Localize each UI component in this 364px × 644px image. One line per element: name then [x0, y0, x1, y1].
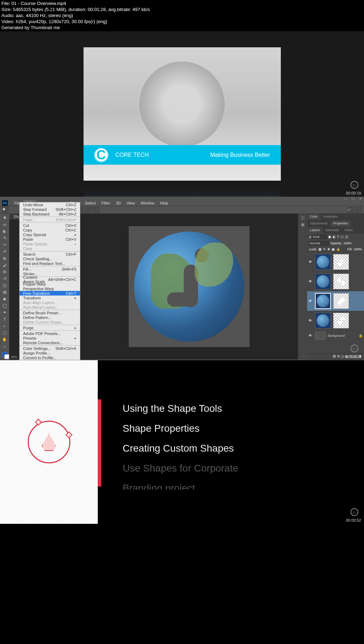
visibility-toggle-icon[interactable]: 👁	[309, 280, 313, 284]
edit-menu-copy-special[interactable]: Copy Special	[20, 232, 80, 237]
edit-menu-transform[interactable]: Transform	[20, 296, 80, 300]
dodge-tool[interactable]: ◯	[1, 303, 9, 309]
layer-mask-thumbnail[interactable]	[333, 254, 349, 270]
lock-artboard-icon[interactable]: ▣	[332, 248, 335, 251]
menu-view[interactable]: View	[124, 200, 138, 206]
edit-menu-purge[interactable]: Purge	[20, 325, 80, 330]
layer-row[interactable]: 👁	[307, 272, 364, 291]
edit-menu-define-brush-preset-[interactable]: Define Brush Preset...	[20, 310, 80, 315]
layer-mask-thumbnail[interactable]	[333, 293, 349, 309]
layer-fx-icon[interactable]: fx	[337, 355, 340, 358]
filter-smart-icon[interactable]: ◫	[345, 235, 348, 239]
eyedropper-tool[interactable]: ✐	[1, 249, 9, 255]
filter-img-icon[interactable]: ▣	[328, 235, 331, 239]
window-minimize-icon[interactable]: —	[344, 197, 347, 201]
layer-mask-icon[interactable]: ◻	[341, 355, 344, 358]
history-panel-icon[interactable]: ◫	[301, 216, 304, 220]
layer-row[interactable]: 👁	[307, 252, 364, 272]
visibility-toggle-icon[interactable]: 👁	[309, 299, 313, 303]
actions-panel-icon[interactable]: ▦	[301, 223, 304, 227]
blend-mode-select[interactable]	[309, 241, 329, 245]
edit-menu-remote-connections-[interactable]: Remote Connections...	[20, 340, 80, 345]
visibility-toggle-icon[interactable]: 👁	[309, 319, 313, 323]
edit-menu-define-pattern-[interactable]: Define Pattern...	[20, 315, 80, 320]
edit-menu-copy[interactable]: CopyCtrl+C	[20, 228, 80, 232]
lock-all-icon[interactable]: 🔒	[336, 248, 340, 251]
move-tool[interactable]: ✥	[1, 214, 9, 221]
menu-window[interactable]: Window	[138, 200, 157, 206]
crop-tool[interactable]: ✂	[1, 242, 9, 248]
edit-menu-puppet-warp[interactable]: Puppet Warp	[20, 282, 80, 286]
filter-shape-icon[interactable]: ▢	[341, 235, 344, 239]
edit-menu-convert-to-profile-[interactable]: Convert to Profile...	[20, 355, 80, 360]
edit-menu-adobe-pdf-presets-[interactable]: Adobe PDF Presets...	[20, 331, 80, 336]
edit-menu-assign-profile-[interactable]: Assign Profile...	[20, 351, 80, 355]
marquee-tool[interactable]: ▭	[1, 221, 9, 228]
lock-position-icon[interactable]: ✥	[327, 248, 330, 251]
align-middle-icon[interactable]	[85, 207, 92, 213]
stamp-tool[interactable]: ⧉	[1, 269, 9, 275]
fill-value[interactable]: 100%	[354, 248, 362, 251]
history-brush-tool[interactable]: ↺	[1, 276, 9, 282]
brush-tool[interactable]: 🖌	[1, 262, 9, 268]
properties-tab[interactable]: Properties	[331, 220, 351, 227]
search-icon[interactable]: ⌕	[348, 207, 354, 213]
visibility-toggle-icon[interactable]: 👁	[309, 334, 313, 338]
layer-thumbnail[interactable]	[315, 293, 331, 309]
edit-menu-find-and-replace-text-[interactable]: Find and Replace Text...	[20, 261, 80, 266]
channels-tab[interactable]: Channels	[322, 227, 342, 234]
type-tool[interactable]: T	[1, 316, 9, 323]
menu-filter[interactable]: Filter	[98, 200, 113, 206]
shape-tool[interactable]: ▢	[1, 330, 9, 336]
blur-tool[interactable]: ◉	[1, 296, 9, 302]
edit-menu-presets[interactable]: Presets	[20, 336, 80, 340]
eraser-tool[interactable]: ◫	[1, 282, 9, 289]
adjustments-tab[interactable]: Adjustments	[307, 220, 331, 227]
hand-tool[interactable]: ✋	[1, 336, 9, 343]
layer-mask-thumbnail[interactable]	[333, 273, 349, 289]
move-tool-icon[interactable]: ✥	[2, 207, 9, 213]
edit-menu-cut[interactable]: CutCtrl+X	[20, 223, 80, 228]
edit-menu-step-forward[interactable]: Step ForwardShift+Ctrl+Z	[20, 207, 80, 212]
lasso-tool[interactable]: ◐	[1, 228, 9, 234]
layer-thumbnail[interactable]	[315, 331, 326, 340]
visibility-toggle-icon[interactable]: 👁	[309, 260, 313, 264]
edit-menu-free-transform[interactable]: Free TransformCtrl+T	[20, 291, 80, 296]
healing-tool[interactable]: ◍	[1, 255, 9, 262]
gradient-tool[interactable]: ▤	[1, 289, 9, 296]
edit-menu-undo-move[interactable]: Undo MoveCtrl+Z	[20, 202, 80, 207]
color-tab[interactable]: Color	[307, 214, 321, 220]
layer-row[interactable]: 👁	[307, 311, 364, 330]
edit-menu-content-aware-scale[interactable]: Content-Aware ScaleAlt+Shift+Ctrl+C	[20, 277, 80, 282]
menu-3d[interactable]: 3D	[113, 200, 124, 206]
paths-tab[interactable]: Paths	[342, 227, 355, 234]
edit-menu-paste[interactable]: PasteCtrl+V	[20, 237, 80, 241]
layer-mask-thumbnail[interactable]	[333, 313, 349, 329]
window-maximize-icon[interactable]: ☐	[352, 197, 355, 201]
layer-row-background[interactable]: 👁 Background 🔒	[307, 330, 364, 341]
pen-tool[interactable]: ✒	[1, 309, 9, 316]
layer-row[interactable]: 👁	[307, 291, 364, 311]
edit-menu-perspective-warp[interactable]: Perspective Warp	[20, 286, 80, 291]
lock-transparency-icon[interactable]: ▦	[318, 248, 322, 251]
layer-thumbnail[interactable]	[315, 254, 331, 270]
zoom-level[interactable]: 25%	[11, 355, 17, 359]
window-close-icon[interactable]: ✕	[359, 197, 362, 201]
layers-tab[interactable]: Layers	[307, 227, 322, 234]
quick-select-tool[interactable]: ✎	[1, 235, 9, 241]
workspace-icon[interactable]	[355, 207, 362, 213]
align-bottom-icon[interactable]	[93, 207, 100, 213]
swatches-tab[interactable]: Swatches	[321, 214, 340, 220]
edit-menu-color-settings-[interactable]: Color Settings...Shift+Ctrl+K	[20, 346, 80, 351]
layer-thumbnail[interactable]	[315, 273, 331, 289]
menu-help[interactable]: Help	[157, 200, 171, 206]
filter-adj-icon[interactable]: ◐	[333, 235, 336, 239]
edit-menu-search[interactable]: SearchCtrl+F	[20, 252, 80, 256]
foreground-background-colors[interactable]	[1, 350, 9, 359]
path-tool[interactable]: ▹	[1, 323, 9, 329]
zoom-tool[interactable]: ⌕	[1, 343, 9, 350]
filter-type-icon[interactable]: T	[337, 235, 339, 239]
canvas[interactable]	[129, 226, 250, 347]
kind-filter[interactable]	[312, 235, 327, 239]
layer-thumbnail[interactable]	[315, 313, 331, 329]
